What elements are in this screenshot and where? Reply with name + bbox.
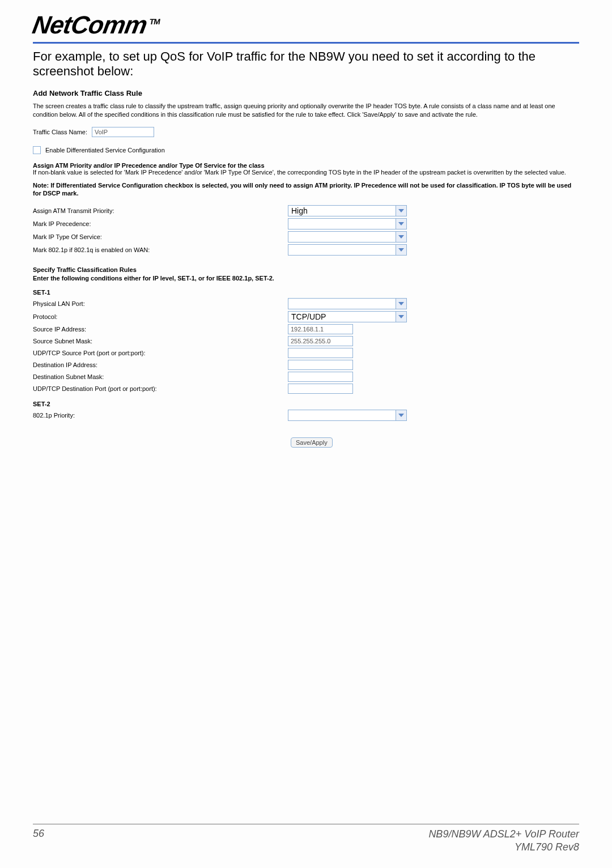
- chevron-down-icon: [396, 245, 406, 255]
- ip-precedence-select[interactable]: [288, 218, 407, 229]
- brand-logo: NetCommTM: [33, 12, 579, 37]
- atm-priority-select[interactable]: High: [288, 205, 407, 216]
- chevron-down-icon: [396, 232, 406, 242]
- lan-port-label: Physical LAN Port:: [33, 300, 288, 307]
- set1-grid: Physical LAN Port: Protocol: TCP/UDP Sou…: [33, 298, 579, 394]
- atm-priority-label: Assign ATM Transmit Priority:: [33, 207, 288, 214]
- mark-8021p-label: Mark 802.1p if 802.1q is enabled on WAN:: [33, 246, 288, 253]
- brand-divider: [33, 42, 579, 44]
- 8021p-priority-select[interactable]: [288, 410, 407, 421]
- brand-tm: TM: [148, 17, 160, 26]
- add-rule-title: Add Network Traffic Class Rule: [33, 89, 579, 97]
- assign-title: Assign ATM Priority and/or IP Precedence…: [33, 162, 265, 169]
- assign-text: If non-blank value is selected for 'Mark…: [33, 169, 566, 176]
- footer-page-number: 56: [33, 828, 44, 853]
- classify-sub: Enter the following conditions either fo…: [33, 275, 274, 282]
- brand-name: NetComm: [31, 11, 149, 39]
- dst-mask-label: Destination Subnet Mask:: [33, 373, 288, 380]
- intro-text: For example, to set up QoS for VoIP traf…: [33, 49, 579, 79]
- set1-title: SET-1: [33, 289, 579, 296]
- ip-precedence-label: Mark IP Precedence:: [33, 220, 288, 227]
- src-ip-input[interactable]: [288, 324, 353, 334]
- lan-port-select[interactable]: [288, 298, 407, 309]
- enable-dsc-label: Enable Differentiated Service Configurat…: [45, 147, 165, 154]
- set2-grid: 802.1p Priority:: [33, 410, 579, 421]
- note-text: Note: If Differentiated Service Configur…: [33, 181, 579, 198]
- traffic-class-row: Traffic Class Name:: [33, 127, 579, 137]
- chevron-down-icon: [396, 219, 406, 229]
- ip-tos-label: Mark IP Type Of Service:: [33, 233, 288, 240]
- protocol-select[interactable]: TCP/UDP: [288, 311, 407, 322]
- dst-ip-input[interactable]: [288, 360, 353, 370]
- enable-dsc-row: Enable Differentiated Service Configurat…: [33, 146, 579, 154]
- chevron-down-icon: [396, 206, 406, 216]
- src-mask-label: Source Subnet Mask:: [33, 338, 288, 344]
- dst-port-label: UDP/TCP Destination Port (port or port:p…: [33, 385, 288, 392]
- button-row: Save/Apply: [33, 437, 579, 448]
- src-port-input[interactable]: [288, 348, 353, 358]
- src-port-label: UDP/TCP Source Port (port or port:port):: [33, 350, 288, 356]
- ip-tos-select[interactable]: [288, 231, 407, 242]
- add-rule-text: The screen creates a traffic class rule …: [33, 102, 579, 119]
- footer-doc: YML790 Rev8: [428, 841, 579, 854]
- set2-title: SET-2: [33, 401, 579, 407]
- traffic-class-label: Traffic Class Name:: [33, 129, 87, 135]
- chevron-down-icon: [396, 410, 406, 420]
- mark-8021p-select[interactable]: [288, 244, 407, 256]
- page-footer: 56 NB9/NB9W ADSL2+ VoIP Router YML790 Re…: [33, 824, 579, 853]
- footer-product: NB9/NB9W ADSL2+ VoIP Router: [428, 828, 579, 841]
- enable-dsc-checkbox[interactable]: [33, 146, 41, 154]
- save-apply-button[interactable]: Save/Apply: [291, 437, 333, 448]
- chevron-down-icon: [396, 312, 406, 322]
- classify-title: Specify Traffic Classification Rules: [33, 266, 137, 273]
- atm-priority-value: High: [291, 206, 396, 215]
- dst-ip-label: Destination IP Address:: [33, 361, 288, 368]
- priority-grid: Assign ATM Transmit Priority: High Mark …: [33, 205, 579, 256]
- 8021p-priority-label: 802.1p Priority:: [33, 412, 288, 419]
- protocol-value: TCP/UDP: [291, 312, 396, 321]
- chevron-down-icon: [396, 299, 406, 309]
- protocol-label: Protocol:: [33, 313, 288, 320]
- dst-mask-input[interactable]: [288, 372, 353, 382]
- traffic-class-input[interactable]: [92, 127, 154, 137]
- src-mask-input[interactable]: [288, 336, 353, 346]
- dst-port-input[interactable]: [288, 384, 353, 394]
- src-ip-label: Source IP Address:: [33, 326, 288, 333]
